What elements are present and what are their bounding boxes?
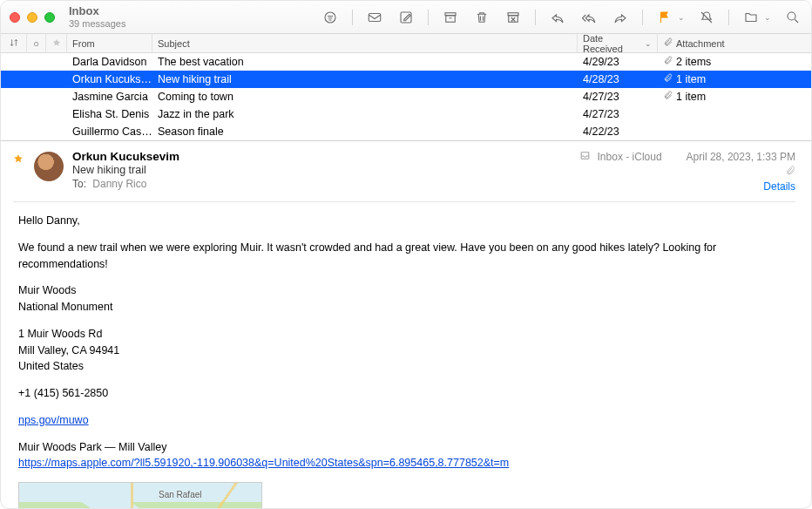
mute-icon[interactable] [697, 8, 716, 27]
row-attachment: 1 item [658, 73, 811, 85]
forward-icon[interactable] [611, 8, 630, 27]
trash-icon[interactable] [472, 8, 491, 27]
mailbox-title: Inbox [69, 5, 125, 18]
reply-icon[interactable] [548, 8, 567, 27]
flag-dropdown-icon[interactable]: ⌄ [678, 13, 685, 22]
flag-column[interactable] [46, 34, 67, 52]
from-header-label: From [72, 38, 95, 49]
mailbox-label: Inbox - iCloud [598, 151, 662, 163]
paperclip-icon [663, 56, 673, 68]
map-preview[interactable]: San Rafael Mill V Sausalito San Francisc… [18, 482, 262, 508]
message-body: Hello Danny, We found a new trail when w… [13, 213, 795, 508]
titlebar: Inbox 39 messages ⌄ ⌄ [1, 1, 811, 34]
preview-pane: Orkun Kucuksevim New hiking trail To: Da… [1, 140, 811, 508]
phone-number: +1 (415) 561-2850 [18, 385, 795, 402]
place-name: Muir Woods [18, 282, 795, 299]
row-date: 4/27/23 [578, 91, 658, 103]
flag-icon[interactable] [655, 8, 674, 27]
message-row[interactable]: Guillermo Cas…Season finale4/22/23 [1, 123, 811, 140]
preview-right: Inbox - iCloud April 28, 2023, 1:33 PM D… [579, 150, 795, 193]
row-attachment: 2 items [658, 56, 811, 68]
mailbox-icon [579, 150, 591, 164]
row-date: 4/22/23 [578, 126, 658, 138]
preview-header: Orkun Kucuksevim New hiking trail To: Da… [13, 150, 795, 193]
from-column[interactable]: From [67, 34, 152, 52]
archive-icon[interactable] [441, 8, 460, 27]
toolbar-separator [428, 10, 429, 25]
message-count: 39 messages [69, 18, 125, 30]
svg-rect-1 [369, 13, 381, 21]
row-from: Jasmine Garcia [67, 91, 152, 103]
toolbar-separator [728, 10, 729, 25]
row-from: Darla Davidson [67, 56, 152, 68]
row-date: 4/28/23 [578, 73, 658, 85]
paperclip-icon [663, 37, 673, 49]
svg-point-7 [788, 12, 795, 20]
paperclip-icon [663, 73, 673, 85]
search-icon[interactable] [783, 8, 802, 27]
chevron-down-icon: ⌄ [645, 39, 652, 48]
subject-header-label: Subject [158, 38, 190, 49]
toolbar-separator [642, 10, 643, 25]
place-line: Muir Woods Park — Mill Valley [18, 439, 795, 456]
svg-rect-4 [446, 15, 456, 22]
to-value: Danny Rico [92, 178, 146, 190]
message-row[interactable]: Elisha St. DenisJazz in the park4/27/23 [1, 105, 811, 123]
message-row[interactable]: Jasmine GarciaComing to town4/27/231 ite… [1, 88, 811, 105]
attachment-indicator-icon [785, 166, 795, 179]
address-block: 1 Muir Woods Rd Mill Valley, CA 94941 Un… [18, 326, 795, 375]
row-subject: Jazz in the park [152, 108, 578, 120]
reply-all-icon[interactable] [579, 8, 599, 27]
mail-icon[interactable] [365, 8, 384, 27]
move-dropdown-icon[interactable]: ⌄ [764, 13, 771, 22]
paperclip-icon [663, 91, 673, 103]
date-header-label: Date Received [583, 33, 641, 54]
address-line-2: Mill Valley, CA 94941 [18, 343, 795, 359]
body-paragraph: We found a new trail when we were explor… [18, 240, 795, 273]
preview-separator [13, 201, 795, 202]
preview-meta: Orkun Kucuksevim New hiking trail To: Da… [72, 150, 571, 193]
attachment-column[interactable]: Attachment [658, 34, 811, 52]
row-subject: Season finale [152, 126, 578, 138]
compose-icon[interactable] [396, 8, 416, 27]
website-link[interactable]: nps.gov/muwo [18, 414, 89, 426]
move-icon[interactable] [741, 8, 761, 27]
to-label: To: [72, 178, 86, 190]
message-row[interactable]: Darla DavidsonThe best vacation4/29/232 … [1, 53, 811, 71]
date-column[interactable]: Date Received⌄ [578, 34, 658, 52]
maps-link[interactable]: https://maps.apple.com/?ll5.591920,-119.… [18, 457, 509, 469]
map-link-block: Muir Woods Park — Mill Valley https://ma… [18, 439, 795, 472]
svg-point-0 [325, 12, 335, 23]
unread-column[interactable]: ○ [27, 34, 46, 52]
flag-star-icon[interactable] [13, 150, 25, 193]
column-headers: ○ From Subject Date Received⌄ Attachment [1, 34, 811, 53]
details-link[interactable]: Details [763, 180, 795, 193]
row-date: 4/27/23 [578, 108, 658, 120]
row-from: Elisha St. Denis [67, 108, 152, 120]
message-datetime: April 28, 2023, 1:33 PM [687, 151, 795, 163]
zoom-window-button[interactable] [44, 12, 55, 23]
subject-column[interactable]: Subject [152, 34, 578, 52]
attachment-header-label: Attachment [676, 38, 725, 49]
place-block: Muir Woods National Monument [18, 282, 795, 316]
sender-name: Orkun Kucuksevim [72, 150, 571, 163]
address-line-3: United States [18, 358, 795, 375]
map-label: San Rafael [159, 488, 201, 501]
sender-avatar[interactable] [34, 152, 64, 181]
junk-icon[interactable] [504, 8, 523, 27]
window-controls [10, 12, 55, 23]
toolbar-separator [535, 10, 536, 25]
toolbar-separator [352, 10, 353, 25]
sort-column[interactable] [1, 34, 27, 52]
filter-icon[interactable] [321, 8, 340, 27]
place-subtitle: National Monument [18, 299, 795, 316]
message-list: Darla DavidsonThe best vacation4/29/232 … [1, 53, 811, 140]
row-subject: Coming to town [152, 91, 578, 103]
close-window-button[interactable] [10, 12, 20, 23]
minimize-window-button[interactable] [27, 12, 37, 23]
message-row[interactable]: Orkun Kucuks…New hiking trail4/28/231 it… [1, 71, 811, 88]
row-from: Orkun Kucuks… [67, 73, 152, 85]
row-date: 4/29/23 [578, 56, 658, 68]
window-title: Inbox 39 messages [69, 5, 125, 30]
preview-subject: New hiking trail [72, 164, 571, 176]
